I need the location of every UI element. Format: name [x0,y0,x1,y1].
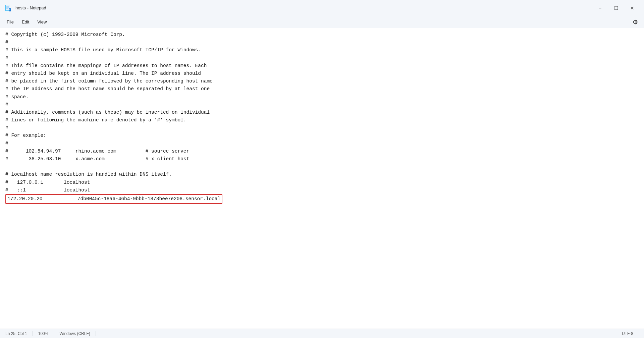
encoding: UTF-8 [616,331,639,336]
close-button[interactable]: ✕ [625,3,640,13]
menu-edit[interactable]: Edit [18,18,33,26]
editor-area[interactable]: # Copyright (c) 1993-2009 Microsoft Corp… [0,28,644,329]
minimize-button[interactable]: − [592,3,608,13]
zoom-level: 100% [33,331,54,336]
menu-bar: File Edit View ⚙ [0,16,644,28]
settings-icon[interactable]: ⚙ [629,16,641,28]
editor-text: # Copyright (c) 1993-2009 Microsoft Corp… [5,32,216,193]
window-title: hosts - Notepad [15,5,592,10]
maximize-button[interactable]: ❐ [608,3,624,13]
status-bar: Ln 25, Col 1 100% Windows (CRLF) UTF-8 [0,329,644,338]
title-bar: hosts - Notepad − ❐ ✕ [0,0,644,16]
menu-file[interactable]: File [3,18,18,26]
line-ending: Windows (CRLF) [54,331,96,336]
window-controls: − ❐ ✕ [592,3,640,13]
notepad-window: hosts - Notepad − ❐ ✕ File Edit View ⚙ #… [0,0,644,338]
cursor-position: Ln 25, Col 1 [5,331,33,336]
app-icon [4,4,12,12]
editor-content: # Copyright (c) 1993-2009 Microsoft Corp… [5,31,639,204]
highlighted-entry: 172.20.20.20 7db0045c-18a6-46b4-9bbb-187… [5,194,222,204]
menu-view[interactable]: View [33,18,51,26]
